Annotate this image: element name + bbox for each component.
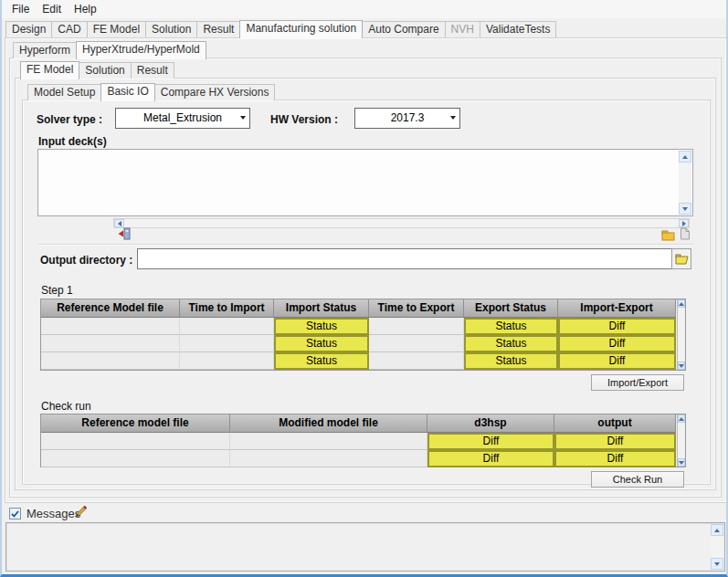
scroll-up-icon[interactable] [678,299,685,308]
check-run-button[interactable]: Check Run [591,471,684,488]
table-header-row: Reference Model fileTime to ImportImport… [41,299,676,318]
tab-solution[interactable]: Solution [79,62,131,79]
scroll-up-icon[interactable] [678,414,685,423]
main-tab-bar: DesignCADFE ModelSolutionResultManufactu… [5,20,555,37]
table-cell [41,433,230,450]
table-row: DiffDiff [41,433,676,450]
column-header: d3hsp [427,414,554,433]
check-run-title: Check run [41,400,91,413]
table-row: StatusStatusDiff [41,318,676,335]
column-header: Export Status [464,299,558,318]
table-row: StatusStatusDiff [41,352,676,370]
table-cell [41,450,230,467]
table-cell [369,335,464,352]
scroll-down-icon[interactable] [711,558,723,570]
scroll-up-icon[interactable] [711,524,723,536]
status-cell[interactable]: Diff [427,433,554,450]
section-divider [37,244,693,245]
table-cell [41,318,180,335]
tab-basic-io[interactable]: Basic IO [100,83,154,101]
input-decks-list[interactable] [37,149,693,216]
table-cell [230,433,427,450]
edit-pencil-icon[interactable] [75,505,88,518]
remove-deck-icon[interactable] [118,227,131,240]
tab-compare-hx-versions[interactable]: Compare HX Versions [154,84,276,100]
status-cell[interactable]: Status [274,335,369,352]
menu-item-file[interactable]: File [5,1,36,17]
add-folder-icon[interactable] [661,228,675,239]
status-cell[interactable]: Status [274,352,369,370]
step1-table-scrollbar[interactable] [677,299,685,370]
tab-solution[interactable]: Solution [145,21,197,37]
scroll-down-icon[interactable] [679,203,691,215]
table-cell [180,352,274,370]
tab-result[interactable]: Result [131,62,174,79]
scroll-up-icon[interactable] [679,151,691,163]
messages-checkbox[interactable] [9,508,21,519]
status-cell[interactable]: Diff [558,335,676,352]
status-cell[interactable]: Status [464,335,558,352]
status-cell[interactable]: Status [464,352,558,370]
import-export-button[interactable]: Import/Export [591,374,684,391]
step1-table: Reference Model fileTime to ImportImport… [40,299,686,371]
tab-cad[interactable]: CAD [51,21,87,37]
tab-model-setup[interactable]: Model Setup [27,84,101,100]
status-cell[interactable]: Status [464,318,558,335]
tab-fe-model[interactable]: FE Model [87,21,146,37]
column-header: Time to Import [180,299,274,318]
status-cell[interactable]: Diff [558,352,676,370]
tab-result[interactable]: Result [196,21,240,37]
output-directory-input[interactable] [137,248,672,269]
io-tab-bar: Model SetupBasic IOCompare HX Versions [27,83,274,100]
scroll-down-icon[interactable] [678,362,685,370]
column-header: Modified model file [230,414,427,433]
tab-hyperxtrude-hypermold[interactable]: HyperXtrude/HyperMold [76,41,206,59]
tab-design[interactable]: Design [5,21,52,37]
tab-hyperform[interactable]: Hyperform [13,42,77,58]
column-header: Reference Model file [41,299,180,318]
column-header: Time to Export [369,299,464,318]
model-tab-bar: FE ModelSolutionResult [20,61,174,79]
status-cell[interactable]: Diff [554,433,676,450]
output-directory-label: Output directory : [40,254,132,267]
status-cell[interactable]: Status [274,318,369,335]
table-cell [369,318,464,335]
menu-item-edit[interactable]: Edit [36,1,68,17]
table-cell [41,335,180,352]
column-header: Import Status [274,299,369,318]
table-header-row: Reference model fileModified model filed… [41,414,676,433]
messages-log[interactable] [5,522,725,572]
table-cell [369,352,464,370]
status-cell[interactable]: Diff [427,450,554,467]
add-file-icon[interactable] [680,227,691,240]
input-decks-label: Input deck(s) [38,135,107,148]
check-run-table-scrollbar[interactable] [677,414,685,467]
table-row: StatusStatusDiff [41,335,676,352]
status-cell[interactable]: Diff [558,318,676,335]
tab-validatetests[interactable]: ValidateTests [480,21,556,37]
chevron-down-icon [450,116,456,120]
scroll-down-icon[interactable] [678,458,685,467]
browse-output-directory-button[interactable] [671,248,691,269]
input-decks-vertical-scrollbar[interactable] [679,151,691,215]
menu-item-help[interactable]: Help [68,1,103,17]
table-cell [41,352,180,370]
hw-version-label: HW Version : [270,113,338,126]
column-header: Import-Export [558,299,676,318]
check-run-table: Reference model fileModified model filed… [40,414,686,467]
scroll-right-icon[interactable] [679,219,689,227]
tab-fe-model[interactable]: FE Model [20,61,79,79]
tab-nvh: NVH [445,21,480,37]
table-cell [230,450,427,467]
chevron-down-icon [240,116,246,120]
column-header: output [554,414,676,433]
input-decks-horizontal-scrollbar[interactable] [113,218,690,228]
hw-version-dropdown[interactable]: 2017.3 [354,108,460,129]
scroll-left-icon[interactable] [114,219,124,227]
tab-manufacturing-solution[interactable]: Manufacturing solution [239,20,363,38]
tab-auto-compare[interactable]: Auto Compare [362,21,445,37]
messages-vertical-scrollbar[interactable] [711,524,723,570]
solver-type-dropdown[interactable]: Metal_Extrusion [115,108,250,129]
column-header: Reference model file [41,414,230,433]
status-cell[interactable]: Diff [554,450,676,467]
